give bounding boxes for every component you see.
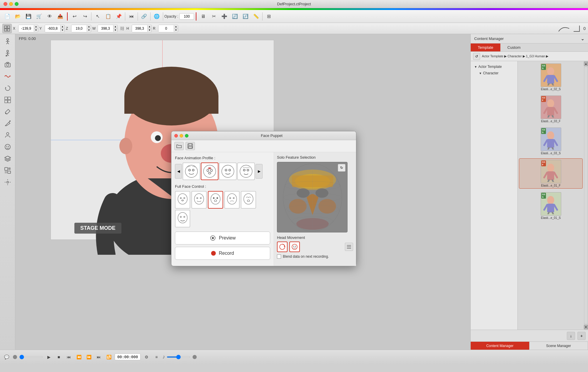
tab-template[interactable]: Template [471,43,500,51]
fp-ff-5[interactable] [241,191,256,209]
right-scrollbar[interactable]: ▲ ▼ [584,61,588,330]
edit-tool[interactable] [2,118,13,129]
tab-custom[interactable]: Custom [500,43,528,51]
fp-hm-face-btn[interactable] [289,242,300,252]
theme-tool[interactable] [2,165,13,176]
fp-face-1[interactable] [183,162,200,180]
canvas-area[interactable]: FPS: 0.00 [15,34,470,350]
layout-button[interactable]: ⊞ [264,12,274,21]
thumb-item[interactable]: G3F Elasti...e_03_F [519,94,583,124]
r-down[interactable]: ▼ [174,29,178,32]
tree-item-actor-template[interactable]: ▼ Actor Template [471,63,517,70]
render-button[interactable]: 🖥 [198,12,208,21]
fp-max-btn[interactable] [185,134,188,138]
r-up[interactable]: ▲ [174,25,178,29]
tl-chat-btn[interactable]: 💬 [2,353,11,361]
x-down[interactable]: ▼ [34,29,38,32]
cm-add-btn[interactable]: + [577,332,586,340]
fp-close-btn[interactable] [174,134,178,138]
eye-button[interactable]: 👁 [45,12,55,21]
tl-script-btn[interactable]: ≡ [152,353,161,361]
x-up[interactable]: ▲ [34,25,38,29]
bone-tool[interactable] [2,48,13,58]
new-button[interactable]: 📄 [2,12,12,21]
r-input[interactable] [158,25,174,32]
fp-hm-circle-btn[interactable] [277,242,288,252]
thumb-item[interactable]: G3S Elasti...e_03_S [519,126,583,156]
cm-down-btn[interactable]: ↓ [567,332,575,340]
z-up[interactable]: ▲ [87,25,91,29]
save-button[interactable]: 💾 [24,12,34,21]
mirror-button[interactable]: 🔃 [240,12,250,21]
fp-refresh-btn[interactable]: ↻ [338,164,345,172]
tl-rewind-btn[interactable]: ⏪ [75,353,83,361]
cm-collapse-btn[interactable]: ⌄ [581,36,584,41]
tl-skip-back-btn[interactable]: ⏮ [65,353,73,361]
layers-tool[interactable] [2,153,13,164]
tl-skip-end-btn[interactable]: ⏭ [95,353,103,361]
fp-ff-1[interactable] [175,191,190,209]
fp-face-3[interactable] [219,162,237,180]
thumb-item[interactable]: G3F Elasti...e_01_F [519,158,583,189]
thumb-item[interactable]: G3S Elasti...e_01_S [519,191,583,221]
layer-button[interactable]: 🌐 [152,12,162,21]
tl-stop-btn[interactable]: ■ [55,353,63,361]
tl-slider-right[interactable] [167,356,190,358]
btab-content-manager[interactable]: Content Manager [471,342,529,350]
figure-tool[interactable] [2,36,13,46]
scroll-up-btn[interactable]: ▲ [584,62,588,66]
tl-loop-btn[interactable]: 🔁 [105,353,113,361]
fp-open-btn[interactable] [174,142,184,150]
cart-button[interactable]: 🛒 [34,12,44,21]
close-button[interactable] [4,2,7,6]
fp-ff-2[interactable] [191,191,207,209]
y-up[interactable]: ▲ [60,25,64,29]
undo-button[interactable]: ↩ [69,12,79,21]
cursor-tool[interactable]: ↖ [93,12,103,21]
paint-tool[interactable] [2,106,13,117]
w-down[interactable]: ▼ [113,29,117,32]
grid-icon[interactable] [2,24,12,33]
cm-back-btn[interactable]: ↺ [473,53,480,60]
fp-save-btn[interactable] [186,142,195,150]
person-tool[interactable] [2,130,13,140]
camera-tool[interactable] [2,59,13,70]
fp-ff-3[interactable] [208,191,223,209]
h-down[interactable]: ▼ [147,29,151,32]
fp-preview-btn[interactable]: Preview [175,232,270,244]
btab-scene-manager[interactable]: Scene Manager [529,342,588,350]
transform-button[interactable]: ✂ [209,12,219,21]
tree-item-character[interactable]: ▼ Character [471,70,517,76]
fp-blend-checkbox[interactable] [277,254,281,259]
fp-ff-4[interactable] [224,191,240,209]
maximize-button[interactable] [15,2,19,6]
thumb-item[interactable]: G3S Elasti...e_02_S [519,62,583,92]
grid-tool[interactable] [2,95,13,105]
minimize-button[interactable] [9,2,13,6]
rotate-button[interactable]: 🔄 [230,12,240,21]
fp-hm-list-btn[interactable] [345,243,353,251]
open-button[interactable]: 📂 [13,12,23,21]
h-input[interactable] [132,25,147,32]
x-input[interactable] [19,25,34,32]
fp-min-btn[interactable] [180,134,183,138]
fp-prev-btn[interactable]: ◀ [175,164,182,179]
y-input[interactable] [45,25,60,32]
opacity-input[interactable] [179,13,194,20]
copy-button[interactable]: 📋 [103,12,113,21]
tl-play-btn[interactable]: ▶ [45,353,53,361]
face-tool[interactable] [2,142,13,152]
z-input[interactable] [71,25,87,32]
z-down[interactable]: ▼ [87,29,91,32]
tl-ff-btn[interactable]: ⏩ [85,353,93,361]
redo-button[interactable]: ↪ [80,12,90,21]
fp-face-4[interactable] [237,162,255,180]
fp-record-btn[interactable]: Record [175,247,270,260]
tl-slider-left[interactable] [19,356,43,358]
fp-ff-6[interactable] [175,210,190,227]
w-input[interactable] [98,25,113,32]
fp-face-2[interactable] [201,162,218,180]
w-up[interactable]: ▲ [113,25,117,29]
skip-start[interactable]: ⏮ [126,12,136,21]
scroll-down-btn[interactable]: ▼ [584,325,588,329]
